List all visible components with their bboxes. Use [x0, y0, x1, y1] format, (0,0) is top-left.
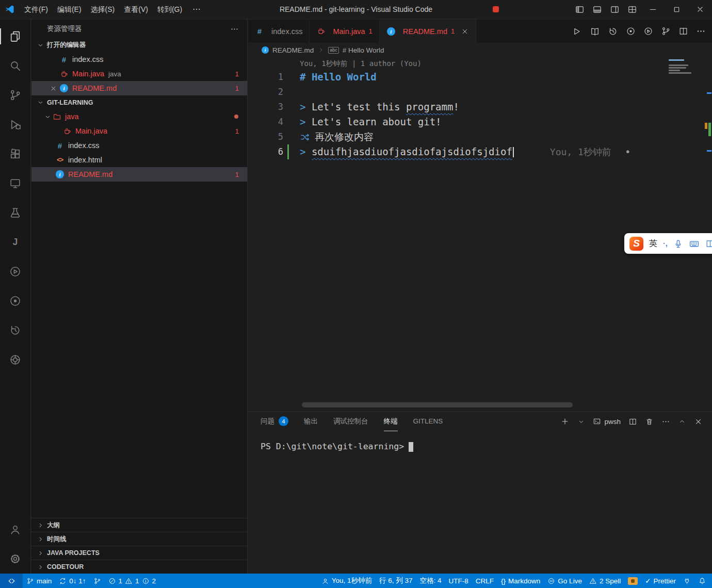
breadcrumb-symbol[interactable]: # Hello World [343, 46, 384, 54]
close-window-button[interactable] [688, 0, 712, 19]
run-debug-icon[interactable] [0, 110, 31, 139]
extension-badge-item[interactable] [624, 574, 641, 588]
maximize-panel-button[interactable] [678, 417, 686, 426]
gitlens-graph-button[interactable] [626, 26, 636, 36]
language-mode-item[interactable]: {} Markdown [497, 574, 544, 588]
folder-icon [52, 112, 61, 121]
tree-file-index-html[interactable]: <> index.html [31, 153, 247, 167]
maximize-button[interactable] [665, 0, 688, 19]
panel-tab-output[interactable]: 输出 [304, 412, 318, 431]
project-section-header[interactable]: GIT-LEARNING [31, 95, 247, 109]
blame-item[interactable]: You, 1秒钟前 [318, 574, 376, 588]
open-changes-button[interactable] [661, 26, 671, 36]
open-editor-readme-md[interactable]: i README.md 1 [31, 81, 247, 95]
keyboard-icon[interactable] [689, 238, 700, 249]
open-editors-header[interactable]: 打开的编辑器 [31, 38, 247, 52]
sync-item[interactable]: 0↓ 1↑ [55, 574, 89, 588]
tree-file-index-css[interactable]: # index.css [31, 138, 247, 153]
close-icon[interactable] [47, 85, 59, 92]
encoding-item[interactable]: UTF-8 [445, 574, 472, 588]
minimap[interactable] [669, 59, 694, 75]
lifebuoy-extension-icon[interactable] [0, 345, 31, 374]
open-editor-index-css[interactable]: # index.css [31, 52, 247, 67]
gitlens-branch-icon[interactable] [90, 574, 105, 588]
indentation-item[interactable]: 空格: 4 [416, 574, 445, 588]
search-icon[interactable] [0, 51, 31, 80]
ime-punctuation-icon[interactable]: ·, [663, 239, 668, 248]
record-icon[interactable] [0, 286, 31, 316]
split-terminal-button[interactable] [628, 417, 637, 426]
prettier-item[interactable]: ✓ Prettier [641, 574, 679, 588]
toggle-blame-button[interactable] [608, 26, 618, 37]
terminal-dropdown-icon[interactable] [577, 418, 585, 426]
breadcrumb-file[interactable]: README.md [272, 46, 314, 54]
tab-index-css[interactable]: # index.css [248, 20, 310, 43]
section-java-projects[interactable]: JAVA PROJECTS [31, 546, 247, 560]
tree-file-main-java[interactable]: Main.java 1 [31, 124, 247, 138]
customize-layout-button[interactable] [623, 0, 641, 19]
sidebar-more-icon[interactable] [230, 25, 239, 34]
terminal-shell-item[interactable]: pwsh [593, 417, 621, 426]
ime-language-mode[interactable]: 英 [649, 238, 657, 249]
html-file-icon: <> [55, 156, 64, 164]
run-circle-icon[interactable] [0, 257, 31, 286]
menu-selection[interactable]: 选择(S) [86, 3, 120, 16]
source-control-icon[interactable] [0, 80, 31, 110]
close-panel-button[interactable] [694, 417, 703, 426]
menu-view[interactable]: 查看(V) [119, 3, 153, 16]
remote-explorer-icon[interactable] [0, 169, 31, 198]
accounts-icon[interactable] [0, 515, 31, 544]
eol-item[interactable]: CRLF [472, 574, 497, 588]
settings-gear-icon[interactable] [0, 544, 31, 574]
run-button[interactable] [572, 26, 582, 37]
panel-more-button[interactable] [661, 417, 670, 426]
plug-icon[interactable] [679, 574, 694, 588]
go-live-item[interactable]: Go Live [544, 574, 586, 588]
new-terminal-button[interactable] [560, 417, 570, 426]
orange-extension-icon [628, 577, 638, 585]
open-preview-button[interactable] [590, 26, 600, 37]
remote-indicator[interactable] [0, 574, 23, 588]
gitlens-run-button[interactable] [643, 26, 653, 36]
tree-file-readme-md[interactable]: i README.md 1 [31, 167, 247, 182]
panel-tab-gitlens[interactable]: GITLENS [413, 412, 443, 431]
menu-more-icon[interactable] [187, 5, 206, 14]
terminal[interactable]: PS D:\git\note\git-learning> [248, 431, 712, 452]
section-timeline[interactable]: 时间线 [31, 532, 247, 546]
sogou-logo-icon[interactable]: S [629, 237, 643, 251]
branch-item[interactable]: main [23, 574, 55, 588]
panel-tab-problems[interactable]: 问题 4 [261, 412, 288, 431]
extensions-icon[interactable] [0, 139, 31, 169]
misspelled-word: programm [406, 101, 454, 112]
toggle-secondary-sidebar-button[interactable] [606, 0, 623, 19]
split-editor-button[interactable] [678, 26, 688, 36]
kill-terminal-button[interactable] [645, 417, 654, 426]
toolbox-icon[interactable] [705, 239, 712, 249]
horizontal-scrollbar[interactable] [302, 402, 573, 407]
section-outline[interactable]: 大纲 [31, 518, 247, 532]
tab-main-java[interactable]: Main.java 1 [310, 20, 379, 43]
menu-goto[interactable]: 转到(G) [153, 3, 187, 16]
notifications-bell-icon[interactable] [694, 574, 710, 588]
tab-readme-md[interactable]: i README.md 1 [380, 20, 476, 43]
spell-checker-item[interactable]: 2 Spell [586, 574, 624, 588]
history-icon[interactable] [0, 316, 31, 345]
panel-tab-terminal[interactable]: 终端 [384, 412, 398, 431]
tree-folder-java[interactable]: java [31, 109, 247, 124]
close-tab-icon[interactable] [461, 27, 469, 36]
minimize-button[interactable] [641, 0, 665, 19]
testing-icon[interactable] [0, 198, 31, 227]
menu-edit[interactable]: 编辑(E) [53, 3, 86, 16]
menu-file[interactable]: 文件(F) [20, 3, 53, 16]
problems-item[interactable]: 1 1 2 [105, 574, 160, 588]
toggle-panel-button[interactable] [588, 0, 606, 19]
cursor-position-item[interactable]: 行 6, 列 37 [376, 574, 416, 588]
open-editor-main-java[interactable]: Main.java java 1 [31, 67, 247, 81]
explorer-icon[interactable] [0, 22, 31, 51]
panel-tab-debug-console[interactable]: 调试控制台 [333, 412, 368, 431]
section-codetour[interactable]: CODETOUR [31, 560, 247, 574]
microphone-icon[interactable] [673, 239, 683, 249]
toggle-sidebar-button[interactable] [571, 0, 588, 19]
java-extension-icon[interactable] [0, 227, 31, 257]
more-actions-button[interactable] [696, 26, 706, 36]
